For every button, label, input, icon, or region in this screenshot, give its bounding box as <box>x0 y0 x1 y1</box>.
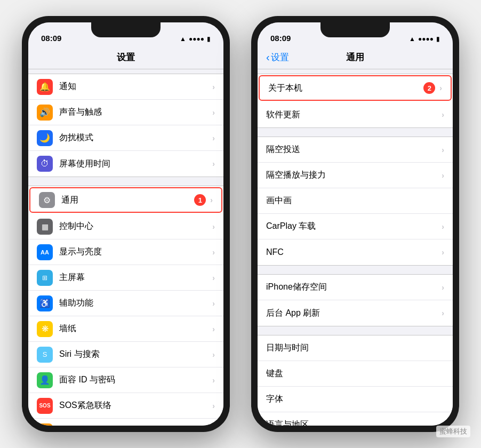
dnd-label: 勿扰模式 <box>59 132 212 143</box>
nfc-label: NFC <box>266 247 442 257</box>
chevron-nfc: › <box>442 248 444 257</box>
settings-item-about[interactable]: 关于本机 2 › <box>259 75 452 101</box>
settings-item-controlcenter[interactable]: ▦ 控制中心 › <box>28 214 223 239</box>
wallpaper-icon: ❋ <box>37 321 53 337</box>
chevron-airplay: › <box>442 171 444 180</box>
settings-item-home[interactable]: ⊞ 主屏幕 › <box>28 265 223 291</box>
settings-item-sound[interactable]: 🔊 声音与触感 › <box>28 100 223 125</box>
chevron-cc: › <box>212 222 215 231</box>
screentime-icon: ⏱ <box>37 156 53 172</box>
watermark: 蜜蜂科技 <box>436 426 470 437</box>
about-label: 关于本机 <box>268 83 423 94</box>
chevron-sos: › <box>212 402 215 410</box>
signal-icon-2: ●●●● <box>418 35 434 43</box>
settings-item-screentime[interactable]: ⏱ 屏幕使用时间 › <box>28 151 223 177</box>
phone-2: 08:09 ▲ ●●●● ▮ ‹ 设置 通用 关于本机 2 › <box>251 16 459 432</box>
datetime-label: 日期与时间 <box>266 342 444 354</box>
settings-item-notification[interactable]: 🔔 通知 › <box>28 74 223 100</box>
chevron-dnd: › <box>212 134 215 142</box>
dnd-icon: 🌙 <box>37 130 53 146</box>
controlcenter-icon: ▦ <box>37 219 53 235</box>
status-icons-1: ▲ ●●●● ▮ <box>180 35 211 43</box>
settings-item-faceid[interactable]: 👤 面容 ID 与密码 › <box>28 367 223 393</box>
chevron-notification: › <box>212 83 215 91</box>
chevron-faceid: › <box>212 376 215 385</box>
update-label: 软件更新 <box>266 109 442 121</box>
chevron-storage: › <box>442 283 444 292</box>
wifi-icon-2: ▲ <box>409 35 415 43</box>
settings-item-accessibility[interactable]: ♿ 辅助功能 › <box>28 291 223 316</box>
chevron-sound: › <box>212 108 215 117</box>
wifi-icon: ▲ <box>180 35 186 43</box>
general-icon: ⚙ <box>39 192 55 208</box>
keyboard-label: 键盘 <box>266 368 444 379</box>
sos-label: SOS紧急联络 <box>59 400 212 411</box>
home-label: 主屏幕 <box>59 272 212 283</box>
about-badge: 2 <box>423 82 435 94</box>
status-time-2: 08:09 <box>270 34 291 43</box>
settings-item-dnd[interactable]: 🌙 勿扰模式 › <box>28 125 223 151</box>
settings-item-font[interactable]: 字体 <box>258 387 453 412</box>
back-chevron: ‹ <box>266 51 270 63</box>
chevron-bgrefresh: › <box>442 309 444 317</box>
notch-1 <box>91 22 161 37</box>
faceid-label: 面容 ID 与密码 <box>59 374 212 386</box>
nav-bar-2: ‹ 设置 通用 <box>258 46 453 69</box>
phone-1: 08:09 ▲ ●●●● ▮ 设置 🔔 通知 › 🔊 声音与触 <box>22 16 230 432</box>
nav-title-2: 通用 <box>346 51 364 63</box>
settings-item-airplay[interactable]: 隔空播放与接力 › <box>258 163 453 188</box>
signal-icon: ●●●● <box>189 35 204 43</box>
chevron-siri: › <box>212 350 215 359</box>
bgrefresh-label: 后台 App 刷新 <box>266 308 442 319</box>
settings-item-wallpaper[interactable]: ❋ 墙纸 › <box>28 316 223 342</box>
accessibility-icon: ♿ <box>37 295 53 311</box>
chevron-home: › <box>212 274 215 282</box>
settings-item-storage[interactable]: iPhone储存空间 › <box>258 275 453 300</box>
chevron-carplay: › <box>442 222 444 231</box>
chevron-general: › <box>210 196 213 204</box>
airdrop-label: 隔空投送 <box>266 144 442 155</box>
screen-2: 08:09 ▲ ●●●● ▮ ‹ 设置 通用 关于本机 2 › <box>258 22 453 426</box>
exposure-icon: ✳ <box>37 423 53 426</box>
language-label: 语言与地区 <box>266 419 444 426</box>
siri-label: Siri 与搜索 <box>59 349 212 360</box>
settings-item-datetime[interactable]: 日期与时间 <box>258 335 453 361</box>
settings-item-siri[interactable]: S Siri 与搜索 › <box>28 342 223 367</box>
back-button[interactable]: ‹ 设置 <box>266 51 289 63</box>
faceid-icon: 👤 <box>37 372 53 388</box>
settings-item-sos[interactable]: SOS SOS紧急联络 › <box>28 393 223 419</box>
general-label: 通用 <box>61 195 194 206</box>
general-badge: 1 <box>194 194 206 206</box>
chevron-access: › <box>212 299 215 308</box>
settings-item-airdrop[interactable]: 隔空投送 › <box>258 137 453 163</box>
chevron-display: › <box>212 248 215 257</box>
battery-icon-2: ▮ <box>436 35 440 43</box>
pip-label: 画中画 <box>266 195 444 206</box>
settings-list-1[interactable]: 🔔 通知 › 🔊 声音与触感 › 🌙 勿扰模式 › ⏱ 屏幕使用时间 <box>28 69 223 426</box>
nav-bar-1: 设置 <box>28 46 223 69</box>
settings-item-language[interactable]: 语言与地区 <box>258 412 453 426</box>
controlcenter-label: 控制中心 <box>59 221 212 232</box>
settings-item-display[interactable]: AA 显示与亮度 › <box>28 239 223 265</box>
settings-item-bgrefresh[interactable]: 后台 App 刷新 › <box>258 300 453 326</box>
airplay-label: 隔空播放与接力 <box>266 170 442 181</box>
accessibility-label: 辅助功能 <box>59 298 212 309</box>
settings-item-pip[interactable]: 画中画 <box>258 188 453 214</box>
nav-title-1: 设置 <box>117 51 135 63</box>
settings-item-update[interactable]: 软件更新 › <box>258 102 453 127</box>
notification-label: 通知 <box>59 81 212 92</box>
settings-list-2[interactable]: 关于本机 2 › 软件更新 › 隔空投送 › 隔空播放与接力 › <box>258 69 453 426</box>
carplay-label: CarPlay 车载 <box>266 221 442 232</box>
chevron-wallpaper: › <box>212 325 215 333</box>
siri-icon: S <box>37 347 53 363</box>
settings-item-nfc[interactable]: NFC › <box>258 239 453 265</box>
screentime-label: 屏幕使用时间 <box>59 158 212 170</box>
font-label: 字体 <box>266 394 444 405</box>
status-icons-2: ▲ ●●●● ▮ <box>409 35 440 43</box>
settings-item-general[interactable]: ⚙ 通用 1 › <box>29 187 222 213</box>
chevron-screentime: › <box>212 159 215 168</box>
settings-item-exposure[interactable]: ✳ 暴露通知 › <box>28 419 223 426</box>
notch-2 <box>320 22 390 37</box>
settings-item-carplay[interactable]: CarPlay 车载 › <box>258 214 453 239</box>
settings-item-keyboard[interactable]: 键盘 <box>258 361 453 387</box>
